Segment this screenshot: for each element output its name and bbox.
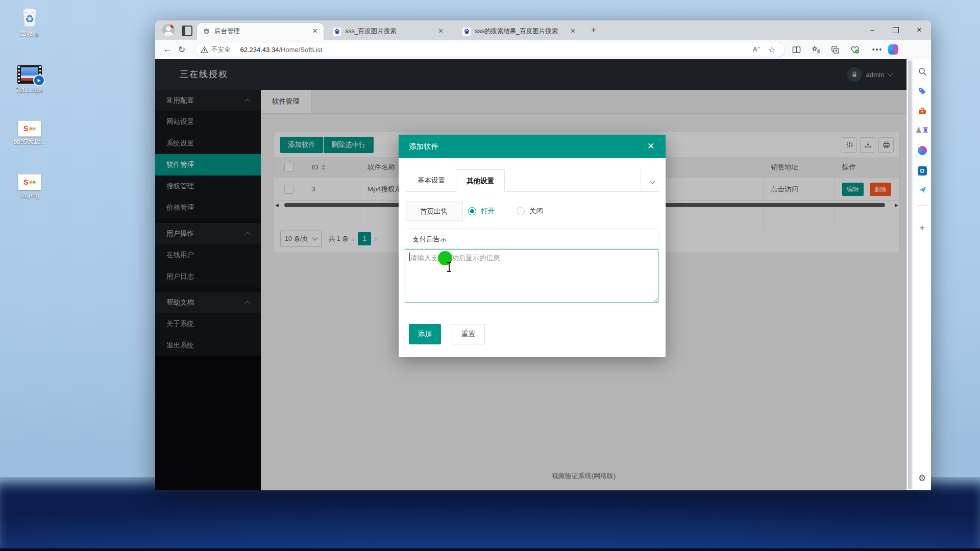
desktop-icon-label: 01.png: [5, 192, 54, 199]
desktop-icon-image-2[interactable]: S✱R 01.png: [5, 174, 54, 199]
browser-window: 后台管理 ✕ sss_百度图片搜索 ✕ sss的搜索结果_百度图片搜索 ✕ + …: [155, 20, 931, 490]
maximize-button[interactable]: [884, 20, 908, 40]
shopping-icon[interactable]: [913, 87, 931, 96]
profile-avatar[interactable]: [162, 24, 175, 36]
recycle-bin-icon: ♻: [5, 4, 54, 29]
address-input[interactable]: 不安全 62.234.43.34 /Home/SoftList A›› ☆: [195, 42, 785, 57]
admin-page: 三在线授权 admin 常用配置 网站设置 系统设置 软件管理 授权管理: [155, 59, 906, 490]
desktop-icon-label: bb95bc1d...: [5, 138, 54, 145]
radio-unselected-icon: [517, 207, 525, 215]
tab-baidu-images[interactable]: sss_百度图片搜索 ✕: [328, 23, 449, 40]
tab-baidu-results[interactable]: sss的搜索结果_百度图片搜索 ✕: [457, 23, 581, 40]
shield-favicon-icon: [202, 28, 210, 36]
url-host: 62.234.43.34: [240, 46, 279, 54]
minimize-button[interactable]: –: [861, 20, 884, 40]
insecure-warning-icon: [201, 46, 208, 54]
modal-tab-basic[interactable]: 基本设置: [407, 169, 456, 192]
microsoft-365-icon[interactable]: [913, 146, 931, 157]
notification-dot: [170, 24, 175, 28]
text-caret: [409, 253, 410, 261]
outlook-icon[interactable]: O: [913, 166, 931, 176]
drop-icon[interactable]: [913, 185, 931, 194]
notice-label: 支付后告示: [405, 229, 658, 249]
tab-title: sss_百度图片搜索: [345, 27, 432, 36]
tab-divider: [453, 27, 453, 36]
media-player-badge-icon: ▶: [33, 74, 45, 86]
collections-icon[interactable]: [831, 45, 846, 54]
browser-tab-strip: 后台管理 ✕ sss_百度图片搜索 ✕ sss的搜索结果_百度图片搜索 ✕ + …: [155, 20, 931, 40]
back-icon[interactable]: ←: [160, 44, 175, 55]
read-aloud-icon[interactable]: A››: [749, 45, 764, 53]
modal-header: 添加软件 ✕: [399, 135, 666, 158]
favorites-bar-icon[interactable]: [812, 45, 827, 54]
svg-text:♻: ♻: [25, 13, 34, 24]
favorite-star-icon[interactable]: ☆: [764, 45, 779, 55]
radio-open[interactable]: 打开: [468, 202, 495, 221]
address-bar: ← ↻ 不安全 62.234.43.34 /Home/SoftList A›› …: [155, 40, 931, 59]
radio-selected-icon: [468, 207, 476, 215]
page-scrollbar[interactable]: [906, 59, 913, 490]
tab-search-icon[interactable]: [182, 26, 192, 36]
modal-tab-strip: 基本设置 其他设置: [405, 169, 659, 192]
tab-close-icon[interactable]: ✕: [311, 27, 320, 36]
tab-close-icon[interactable]: ✕: [436, 27, 445, 36]
settings-gear-icon[interactable]: ⚙: [913, 473, 931, 484]
split-screen-icon[interactable]: [792, 45, 807, 54]
modal-reset-button[interactable]: 重置: [452, 324, 485, 344]
close-button[interactable]: ✕: [908, 20, 931, 40]
modal-close-icon[interactable]: ✕: [643, 135, 658, 158]
modal-tab-more[interactable]: [641, 169, 659, 191]
sidebar-divider: [917, 205, 927, 206]
modal-title: 添加软件: [409, 142, 438, 151]
copilot-icon[interactable]: [888, 44, 898, 55]
tab-title: 后台管理: [214, 27, 307, 36]
add-sidebar-item-icon[interactable]: +: [913, 222, 931, 234]
radio-close[interactable]: 关闭: [517, 202, 543, 221]
image-file-icon: S✱R: [18, 120, 41, 137]
homepage-sale-label: 首页出售: [405, 202, 463, 221]
more-menu-icon[interactable]: •••: [870, 45, 885, 54]
search-icon[interactable]: [913, 67, 931, 76]
games-icon[interactable]: ♟♜: [913, 126, 931, 135]
desktop-icon-label: 回收站: [5, 30, 54, 37]
security-label: 不安全: [211, 45, 231, 54]
desktop-icon-recycle-bin[interactable]: ♻ 回收站: [5, 4, 54, 37]
tab-admin[interactable]: 后台管理 ✕: [197, 23, 324, 40]
desktop-icon-video[interactable]: ▶ 720p.mp4: [5, 65, 54, 94]
tab-title: sss的搜索结果_百度图片搜索: [475, 27, 565, 36]
ibeam-cursor: [447, 262, 451, 272]
baidu-favicon-icon: [333, 28, 341, 36]
modal-tab-other[interactable]: 其他设置: [456, 169, 505, 192]
tab-close-icon[interactable]: ✕: [569, 27, 577, 36]
refresh-icon[interactable]: ↻: [175, 44, 189, 55]
desktop-icon-image-1[interactable]: S✱R bb95bc1d...: [5, 120, 54, 145]
browser-essentials-icon[interactable]: [850, 45, 866, 54]
desktop-icon-label: 720p.mp4: [5, 87, 54, 94]
video-file-icon: ▶: [17, 65, 42, 84]
url-path: /Home/SoftList: [279, 46, 322, 54]
modal-submit-button[interactable]: 添加: [409, 324, 441, 344]
add-software-modal: 添加软件 ✕ 基本设置 其他设置 首页出售 打开 关闭 支付后告示: [399, 135, 666, 357]
toolbox-icon[interactable]: [913, 107, 931, 116]
baidu-favicon-icon: [462, 28, 471, 36]
scrollbar-thumb[interactable]: [908, 60, 912, 489]
image-file-icon: S✱R: [18, 174, 41, 190]
new-tab-button[interactable]: +: [588, 25, 599, 36]
edge-sidebar: ♟♜ O + ⚙: [913, 59, 931, 490]
